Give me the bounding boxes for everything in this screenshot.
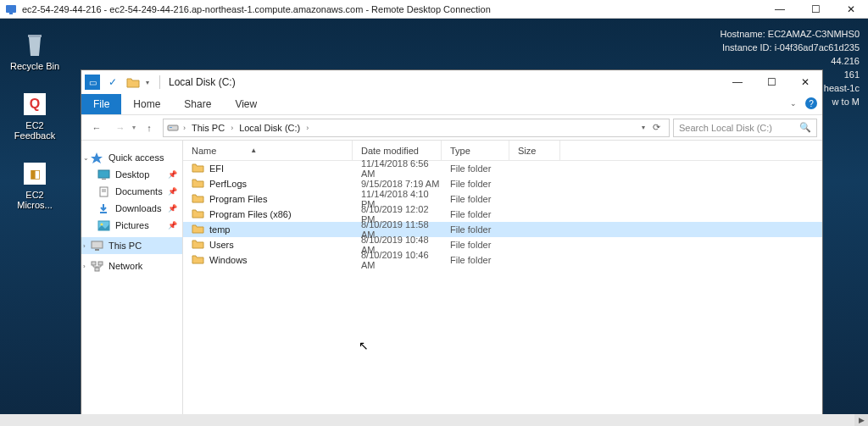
nav-documents[interactable]: Documents 📌 — [81, 183, 182, 200]
qat-properties-icon[interactable]: ✓ — [105, 75, 120, 90]
search-input[interactable]: Search Local Disk (C:) 🔍 — [673, 119, 817, 137]
explorer-minimize-button[interactable]: — — [721, 70, 754, 94]
network-icon — [90, 260, 103, 272]
svg-rect-15 — [92, 262, 96, 265]
nav-desktop[interactable]: Desktop 📌 — [81, 166, 182, 183]
file-name: Users — [209, 240, 234, 250]
column-size[interactable]: Size — [509, 141, 560, 160]
chevron-right-icon[interactable]: › — [228, 124, 236, 132]
file-type: File folder — [442, 163, 509, 174]
svg-rect-2 — [28, 35, 42, 37]
horizontal-scrollbar[interactable]: ▶ — [0, 414, 868, 426]
folder-icon — [192, 224, 204, 235]
explorer-maximize-button[interactable]: ☐ — [754, 70, 788, 94]
file-date: 8/10/2019 10:46 AM — [353, 250, 442, 270]
qat-newfolder-icon[interactable] — [125, 75, 141, 90]
file-type: File folder — [442, 179, 509, 189]
svg-rect-5 — [98, 170, 109, 178]
nav-up-button[interactable]: ↑ — [139, 118, 159, 138]
downloads-icon — [97, 202, 110, 214]
folder-icon — [192, 254, 204, 266]
expand-icon[interactable]: › — [83, 242, 86, 250]
table-row[interactable]: Users8/10/2019 10:48 AMFile folder — [183, 237, 822, 252]
svg-rect-4 — [170, 127, 172, 128]
pin-icon: 📌 — [168, 204, 177, 213]
explorer-title: Local Disk (C:) — [164, 76, 721, 88]
search-icon: 🔍 — [799, 122, 811, 133]
svg-rect-17 — [95, 268, 99, 271]
table-row[interactable]: temp8/10/2019 11:58 AMFile folder — [183, 222, 822, 237]
rdp-close-button[interactable]: ✕ — [839, 3, 863, 15]
nav-back-button[interactable]: ← — [86, 118, 107, 138]
nav-history-icon[interactable]: ▾ — [132, 124, 136, 131]
refresh-icon[interactable]: ⟳ — [647, 122, 665, 133]
svg-rect-3 — [168, 125, 178, 130]
file-type: File folder — [442, 255, 509, 265]
breadcrumb-drive[interactable]: Local Disk (C:) — [237, 123, 302, 133]
pc-icon — [90, 240, 103, 252]
svg-rect-0 — [6, 5, 16, 13]
svg-rect-13 — [92, 241, 103, 248]
nav-network[interactable]: › Network — [81, 257, 182, 274]
file-type: File folder — [442, 240, 509, 250]
rdp-maximize-button[interactable]: ☐ — [804, 3, 827, 15]
rdp-minimize-button[interactable]: — — [768, 3, 792, 15]
recycle-bin-shortcut[interactable]: Recycle Bin — [10, 30, 59, 71]
ec2-feedback-shortcut[interactable]: Q EC2 Feedback — [8, 90, 62, 141]
sort-asc-icon: ▲ — [250, 147, 257, 154]
nav-pictures[interactable]: Pictures 📌 — [81, 217, 182, 234]
svg-rect-1 — [9, 13, 13, 14]
explorer-titlebar[interactable]: ▭ ✓ ▾ Local Disk (C:) — ☐ ✕ — [81, 70, 822, 94]
column-name[interactable]: Name▲ — [183, 141, 353, 160]
remote-desktop[interactable]: Hostname: EC2AMAZ-C3NMHS0 Instance ID: i… — [0, 19, 868, 426]
folder-icon — [192, 178, 204, 190]
box-icon: ◧ — [20, 159, 49, 188]
drive-icon — [167, 122, 179, 134]
breadcrumb-thispc[interactable]: This PC — [190, 123, 226, 133]
ec2-micros-shortcut[interactable]: ◧ EC2 Micros... — [8, 159, 62, 210]
table-row[interactable]: EFI11/14/2018 6:56 AMFile folder — [183, 161, 822, 176]
explorer-system-icon[interactable]: ▭ — [85, 75, 100, 90]
file-explorer-window: ▭ ✓ ▾ Local Disk (C:) — ☐ ✕ File Home Sh… — [81, 69, 823, 425]
nav-this-pc[interactable]: › This PC — [81, 237, 182, 254]
nav-forward-button[interactable]: → — [110, 118, 131, 138]
expand-icon[interactable]: › — [83, 263, 86, 270]
documents-icon — [97, 185, 110, 197]
explorer-close-button[interactable]: ✕ — [788, 70, 822, 94]
expand-icon[interactable]: ⌄ — [83, 154, 89, 162]
address-bar[interactable]: › This PC › Local Disk (C:) › ▾ ⟳ — [163, 119, 670, 137]
column-date[interactable]: Date modified — [353, 141, 442, 160]
column-headers: Name▲ Date modified Type Size — [183, 141, 822, 161]
quick-access-toolbar: ▭ ✓ ▾ — [85, 75, 156, 90]
table-row[interactable]: Program Files11/14/2018 4:10 PMFile fold… — [183, 191, 822, 207]
tab-home[interactable]: Home — [121, 94, 172, 114]
table-row[interactable]: Windows8/10/2019 10:46 AMFile folder — [183, 252, 822, 268]
chevron-right-icon[interactable]: › — [303, 124, 311, 132]
table-row[interactable]: Program Files (x86)8/10/2019 12:02 PMFil… — [183, 207, 822, 222]
scroll-right-button[interactable]: ▶ — [854, 414, 868, 426]
column-type[interactable]: Type — [442, 141, 509, 160]
ribbon-collapse-icon[interactable]: ⌄ — [790, 99, 797, 108]
file-name: Program Files (x86) — [209, 209, 292, 219]
svg-rect-6 — [102, 179, 106, 180]
tab-view[interactable]: View — [223, 94, 269, 114]
file-type: File folder — [442, 224, 509, 235]
table-row[interactable]: PerfLogs9/15/2018 7:19 AMFile folder — [183, 176, 822, 191]
tab-share[interactable]: Share — [172, 94, 223, 114]
folder-icon — [192, 208, 204, 220]
addr-dropdown-icon[interactable]: ▾ — [642, 124, 645, 131]
scrollbar-track[interactable] — [0, 414, 854, 426]
file-rows: EFI11/14/2018 6:56 AMFile folderPerfLogs… — [183, 161, 822, 424]
file-name: EFI — [209, 163, 224, 174]
file-type: File folder — [442, 209, 509, 219]
explorer-window-controls: — ☐ ✕ — [721, 70, 822, 94]
tab-file[interactable]: File — [81, 94, 121, 114]
file-name: PerfLogs — [209, 179, 247, 189]
nav-quick-access[interactable]: ⌄ Quick access — [81, 149, 182, 166]
recycle-bin-icon — [20, 30, 49, 59]
file-list-pane: Name▲ Date modified Type Size EFI11/14/2… — [183, 141, 822, 424]
pin-icon: 📌 — [168, 221, 177, 230]
nav-downloads[interactable]: Downloads 📌 — [81, 200, 182, 217]
chevron-right-icon[interactable]: › — [181, 124, 188, 132]
help-icon[interactable]: ? — [805, 97, 817, 109]
